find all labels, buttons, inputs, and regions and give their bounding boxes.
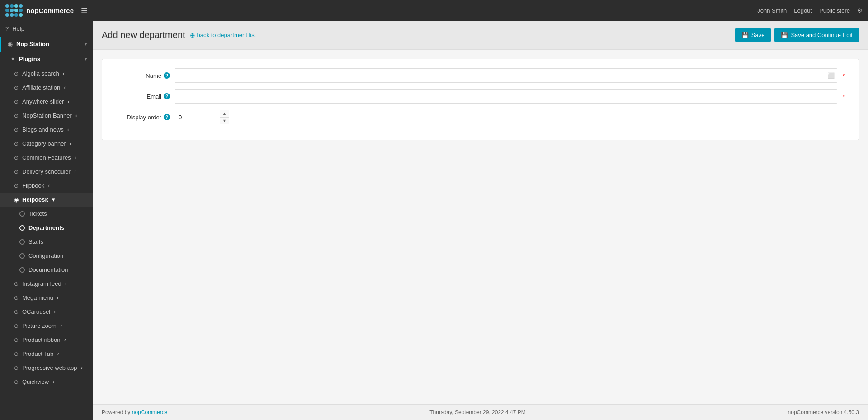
common-features-label: Common Features [22, 154, 71, 161]
spinner-up[interactable]: ▲ [220, 110, 229, 118]
sidebar-item-anywhere-slider[interactable]: ⊙ Anywhere slider ‹ [0, 94, 93, 109]
spinner-down[interactable]: ▼ [220, 118, 229, 125]
sidebar-item-category-banner[interactable]: ⊙ Category banner ‹ [0, 137, 93, 151]
name-input[interactable] [175, 68, 837, 83]
form-row-name: Name ? ⬜ * [116, 68, 845, 83]
footer-nopcommerce-link[interactable]: nopCommerce [132, 409, 168, 415]
sidebar-item-staffs[interactable]: Staffs [0, 235, 93, 249]
sidebar-item-helpdesk[interactable]: ◉ Helpdesk ▾ [0, 193, 93, 207]
sidebar-item-quickview[interactable]: ⊙ Quickview ‹ [0, 375, 93, 389]
delivery-scheduler-label: Delivery scheduler [22, 168, 71, 175]
staffs-label: Staffs [28, 238, 43, 245]
content-body: Name ? ⬜ * Email ? * [93, 50, 868, 404]
sidebar-item-progressive-web-app[interactable]: ⊙ Progressive web app ‹ [0, 361, 93, 375]
logo-text: nopCommerce [26, 7, 74, 14]
mega-menu-label: Mega menu [22, 294, 53, 301]
sidebar-item-delivery-scheduler[interactable]: ⊙ Delivery scheduler ‹ [0, 165, 93, 179]
algolia-icon: ⊙ [14, 71, 19, 77]
blogs-news-chevron: ‹ [67, 126, 69, 133]
save-button[interactable]: 💾 Save [735, 28, 771, 42]
picture-zoom-chevron: ‹ [60, 322, 62, 329]
algolia-label: Algolia search [22, 70, 59, 77]
sidebar-item-configuration[interactable]: Configuration [0, 249, 93, 263]
content-header-left: Add new department ⊕ back to department … [102, 30, 256, 40]
hamburger-icon[interactable]: ☰ [81, 6, 87, 15]
name-required-star: * [843, 72, 845, 79]
sidebar-item-picture-zoom[interactable]: ⊙ Picture zoom ‹ [0, 319, 93, 333]
category-banner-icon: ⊙ [14, 141, 19, 147]
help-icon: ? [5, 25, 9, 32]
footer-powered-by: Powered by nopCommerce [102, 409, 167, 415]
ocarousel-icon: ⊙ [14, 309, 19, 315]
copy-icon[interactable]: ⬜ [827, 72, 835, 79]
sidebar-item-help[interactable]: ? Help [0, 21, 93, 37]
gear-icon[interactable]: ⚙ [857, 7, 863, 14]
product-ribbon-label: Product ribbon [22, 336, 61, 343]
sidebar-item-nopstation[interactable]: ◉ Nop Station ▾ [0, 37, 93, 52]
delivery-scheduler-chevron: ‹ [74, 168, 76, 175]
ocarousel-chevron: ‹ [54, 308, 56, 315]
sidebar-item-product-tab[interactable]: ⊙ Product Tab ‹ [0, 347, 93, 361]
sidebar-item-nopstation-banner[interactable]: ⊙ NopStation Banner ‹ [0, 109, 93, 123]
save-continue-button[interactable]: 💾 Save and Continue Edit [774, 28, 859, 42]
product-tab-icon: ⊙ [14, 351, 19, 357]
progressive-web-app-icon: ⊙ [14, 365, 19, 371]
anywhere-slider-chevron: ‹ [68, 98, 70, 105]
public-store-link[interactable]: Public store [819, 7, 850, 14]
email-input[interactable] [175, 89, 837, 104]
sidebar-item-ocarousel[interactable]: ⊙ OCarousel ‹ [0, 305, 93, 319]
anywhere-slider-icon: ⊙ [14, 99, 19, 105]
name-input-wrap: ⬜ [175, 68, 837, 83]
sidebar-item-common-features[interactable]: ⊙ Common Features ‹ [0, 151, 93, 165]
sidebar-item-tickets[interactable]: Tickets [0, 207, 93, 221]
sidebar-item-blogs-news[interactable]: ⊙ Blogs and news ‹ [0, 123, 93, 137]
documentation-label: Documentation [28, 266, 68, 273]
sidebar-item-documentation[interactable]: Documentation [0, 263, 93, 277]
tickets-circle [19, 211, 25, 217]
sidebar-item-instagram-feed[interactable]: ⊙ Instagram feed ‹ [0, 277, 93, 291]
sidebar-item-plugins[interactable]: ✦ Plugins ▾ [0, 52, 93, 66]
instagram-feed-label: Instagram feed [22, 280, 61, 287]
name-help-icon[interactable]: ? [164, 72, 170, 79]
page-title: Add new department [102, 30, 185, 40]
sidebar-item-flipbook[interactable]: ⊙ Flipbook ‹ [0, 179, 93, 193]
flipbook-icon: ⊙ [14, 183, 19, 189]
product-tab-chevron: ‹ [57, 350, 59, 357]
topnav-left: nopCommerce ☰ [5, 4, 87, 17]
email-required-star: * [843, 93, 845, 100]
instagram-feed-chevron: ‹ [65, 280, 67, 287]
documentation-circle [19, 267, 25, 273]
helpdesk-label: Helpdesk [22, 196, 48, 203]
departments-label: Departments [28, 224, 64, 231]
instagram-feed-icon: ⊙ [14, 281, 19, 287]
plugins-label: Plugins [19, 56, 81, 62]
affiliate-icon: ⊙ [14, 85, 19, 91]
nopstation-label: Nop Station [16, 41, 81, 47]
algolia-chevron: ‹ [63, 70, 65, 77]
quickview-icon: ⊙ [14, 379, 19, 385]
email-help-icon[interactable]: ? [164, 93, 170, 99]
blogs-news-icon: ⊙ [14, 127, 19, 133]
back-to-list-link[interactable]: ⊕ back to department list [190, 32, 256, 39]
sidebar-item-affiliate[interactable]: ⊙ Affiliate station ‹ [0, 80, 93, 94]
sidebar-help-label: Help [12, 25, 24, 32]
sidebar-item-mega-menu[interactable]: ⊙ Mega menu ‹ [0, 291, 93, 305]
save-continue-label: Save and Continue Edit [791, 32, 853, 38]
sidebar-item-departments[interactable]: Departments [0, 221, 93, 235]
sidebar-item-algolia[interactable]: ⊙ Algolia search ‹ [0, 66, 93, 80]
logout-link[interactable]: Logout [794, 7, 812, 14]
content-header-actions: 💾 Save 💾 Save and Continue Edit [735, 28, 859, 42]
plugins-icon: ✦ [10, 56, 15, 62]
sidebar-item-product-ribbon[interactable]: ⊙ Product ribbon ‹ [0, 333, 93, 347]
footer: Powered by nopCommerce Thursday, Septemb… [93, 404, 868, 420]
display-order-help-icon[interactable]: ? [164, 114, 170, 120]
staffs-circle [19, 239, 25, 245]
flipbook-label: Flipbook [22, 182, 44, 189]
form-row-display-order: Display order ? 0 ▲ ▼ [116, 110, 845, 124]
product-ribbon-chevron: ‹ [64, 336, 66, 343]
logo[interactable]: nopCommerce [5, 4, 74, 17]
form-card: Name ? ⬜ * Email ? * [102, 59, 859, 140]
nopstation-banner-icon: ⊙ [14, 113, 19, 119]
helpdesk-chevron: ▾ [52, 196, 55, 203]
plugins-chevron: ▾ [85, 56, 87, 62]
